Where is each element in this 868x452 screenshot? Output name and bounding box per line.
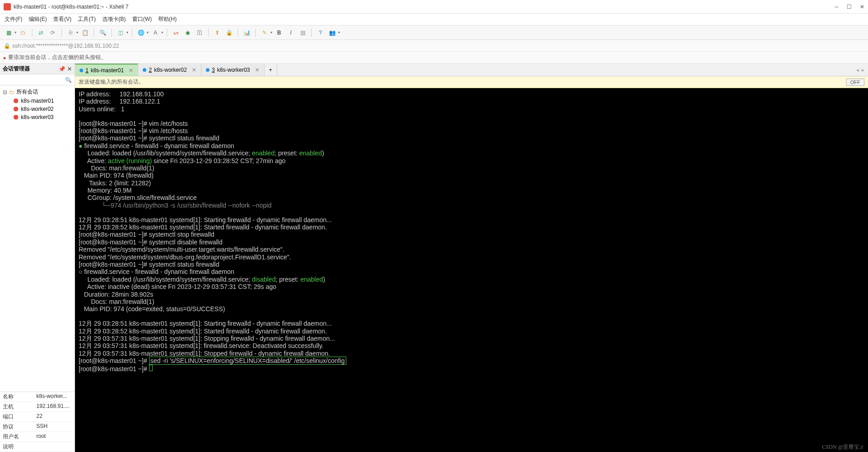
- term-line: 12月 29 03:57:31 k8s-master01 systemd[1]:…: [79, 335, 335, 342]
- bold-icon[interactable]: B: [274, 28, 284, 38]
- session-sidebar: 会话管理器 📌 ✕ 🔍 ⊟ 🗀 所有会话 k8s-master01 k8s-wo…: [0, 64, 75, 452]
- term-line: [root@k8s-master01 ~]# systemctl stop fi…: [79, 231, 215, 238]
- lock-icon[interactable]: 🔒: [224, 28, 234, 38]
- prop-proto-v: SSH: [35, 422, 75, 432]
- tree-item-master01[interactable]: k8s-master01: [0, 97, 75, 105]
- pin-icon[interactable]: 📌: [59, 66, 65, 72]
- tree-item-label: k8s-worker02: [21, 106, 54, 112]
- session-tree: ⊟ 🗀 所有会话 k8s-master01 k8s-worker02 k8s-w…: [0, 85, 75, 392]
- tab-worker03[interactable]: 3 k8s-worker03 ✕: [201, 64, 264, 76]
- menu-window[interactable]: 窗口(W): [132, 15, 152, 23]
- term-prompt: [root@k8s-master01 ~]#: [79, 365, 149, 373]
- term-line: 12月 29 03:28:51 k8s-master01 systemd[1]:…: [79, 216, 332, 224]
- search-icon[interactable]: 🔍: [98, 28, 108, 38]
- address-lock-icon: 🔒: [4, 43, 10, 49]
- term-line: 12月 29 03:57:31 k8s-master01 systemd[1]:…: [79, 350, 330, 357]
- term-line: firewalld.service - firewalld - dynamic …: [84, 268, 234, 275]
- term-line: firewalld.service - firewalld - dynamic …: [84, 142, 234, 149]
- menu-bar: 文件(F) 编辑(E) 查看(V) 工具(T) 选项卡(B) 窗口(W) 帮助(…: [0, 14, 868, 25]
- tab-number: 3: [212, 67, 215, 73]
- term-line: ; preset:: [274, 149, 299, 157]
- term-line: Main PID: 974 (code=exited, status=0/SUC…: [79, 305, 225, 313]
- tab-next-icon[interactable]: ▸: [862, 67, 864, 73]
- tab-number: 2: [149, 67, 152, 73]
- app-icon: [4, 3, 11, 10]
- close-button[interactable]: ✕: [860, 4, 864, 10]
- prop-user-k: 用户名: [0, 432, 35, 442]
- sidebar-search[interactable]: 🔍: [0, 75, 75, 85]
- term-disabled: disabled: [252, 276, 275, 283]
- menu-help[interactable]: 帮助(H): [158, 15, 177, 23]
- users-icon[interactable]: 👥: [327, 28, 337, 38]
- stats-icon[interactable]: 📊: [242, 28, 252, 38]
- prop-name-k: 名称: [0, 392, 35, 402]
- tab-close-icon[interactable]: ✕: [129, 67, 133, 74]
- term-line: Tasks: 2 (limit: 21282): [79, 179, 151, 187]
- font-icon[interactable]: A: [150, 28, 160, 38]
- copy-icon[interactable]: ⎘: [65, 28, 75, 38]
- term-enabled: enabled: [252, 149, 274, 157]
- address-bar[interactable]: 🔒 ssh://root:***************@192.168.91.…: [0, 40, 868, 52]
- tree-item-label: k8s-worker03: [21, 114, 54, 120]
- menu-edit[interactable]: 编辑(E): [29, 15, 47, 23]
- tab-close-icon[interactable]: ✕: [255, 67, 259, 73]
- terminal[interactable]: IP address: 192.168.91.100 IP address: 1…: [75, 88, 868, 452]
- tab-number: 1: [85, 67, 89, 74]
- sidebar-close-icon[interactable]: ✕: [67, 66, 72, 72]
- broadcast-text: 发送键盘输入的所有会话。: [79, 78, 144, 86]
- term-active: active (running): [108, 157, 152, 164]
- flag-icon: ▸: [4, 55, 6, 61]
- folder-icon: 🗀: [9, 89, 15, 95]
- globe-icon[interactable]: 🌐: [136, 28, 146, 38]
- table-icon[interactable]: ▤: [298, 28, 308, 38]
- term-line: 12月 29 03:28:52 k8s-master01 systemd[1]:…: [79, 328, 327, 335]
- connect-icon[interactable]: ⇄: [36, 28, 46, 38]
- tab-prev-icon[interactable]: ◂: [856, 67, 859, 73]
- tab-label: k8s-master01: [91, 67, 124, 74]
- tree-root[interactable]: ⊟ 🗀 所有会话: [0, 87, 75, 97]
- prop-host-k: 主机: [0, 402, 35, 412]
- italic-icon[interactable]: I: [286, 28, 296, 38]
- prop-name-v: k8s-worker...: [35, 392, 75, 402]
- term-line: [root@k8s-master01 ~]# systemctl disable…: [79, 238, 223, 246]
- layout-icon[interactable]: ◫: [115, 28, 125, 38]
- term-line: Loaded: loaded (/usr/lib/systemd/system/…: [79, 276, 252, 283]
- reconnect-icon[interactable]: ⟳: [48, 28, 58, 38]
- status-dot-icon: [80, 69, 83, 72]
- tree-item-worker03[interactable]: k8s-worker03: [0, 113, 75, 121]
- prop-desc-v: [35, 442, 75, 452]
- address-text: ssh://root:***************@192.168.91.10…: [12, 43, 119, 49]
- minimize-button[interactable]: ─: [834, 4, 838, 10]
- tab-master01[interactable]: 1 k8s-master01 ✕: [75, 64, 138, 76]
- sidebar-title: 会话管理器: [3, 65, 30, 73]
- menu-tools[interactable]: 工具(T): [78, 15, 95, 23]
- term-line: since Fri 2023-12-29 03:28:52 CST; 27min…: [152, 157, 285, 164]
- term-line: ): [322, 149, 324, 157]
- open-icon[interactable]: 🗀: [18, 28, 28, 38]
- maximize-button[interactable]: ☐: [847, 4, 852, 10]
- paste-icon[interactable]: 📋: [80, 28, 90, 38]
- tab-add[interactable]: +: [264, 64, 277, 76]
- tree-item-worker02[interactable]: k8s-worker02: [0, 105, 75, 113]
- menu-file[interactable]: 文件(F): [5, 15, 22, 23]
- term-line: CGroup: /system.slice/firewalld.service: [79, 194, 197, 201]
- tab-bar: 1 k8s-master01 ✕ 2 k8s-worker02 ✕ 3 k8s-…: [75, 64, 868, 76]
- help-icon[interactable]: ?: [315, 28, 325, 38]
- key-icon[interactable]: ⚿: [195, 28, 205, 38]
- watermark: CSDN @至尊宝♬: [822, 444, 863, 450]
- term-line: 12月 29 03:57:31 k8s-master01 systemd[1]:…: [79, 342, 324, 349]
- broadcast-toggle[interactable]: OFF: [846, 79, 864, 86]
- prop-user-v: root: [35, 432, 75, 442]
- menu-view[interactable]: 查看(V): [53, 15, 71, 23]
- menu-tabs[interactable]: 选项卡(B): [102, 15, 126, 23]
- term-line: Duration: 28min 38.902s: [79, 291, 153, 298]
- new-session-icon[interactable]: ▦: [4, 28, 14, 38]
- badge-icon[interactable]: ◉: [183, 28, 193, 38]
- swirl-icon[interactable]: ᔕ: [171, 28, 181, 38]
- highlight-icon[interactable]: ✎: [259, 28, 269, 38]
- upload-icon[interactable]: ⬆: [212, 28, 222, 38]
- term-line: Users online: 1: [79, 105, 125, 113]
- collapse-icon[interactable]: ⊟: [3, 89, 7, 95]
- tab-close-icon[interactable]: ✕: [192, 67, 196, 73]
- tab-worker02[interactable]: 2 k8s-worker02 ✕: [138, 64, 201, 76]
